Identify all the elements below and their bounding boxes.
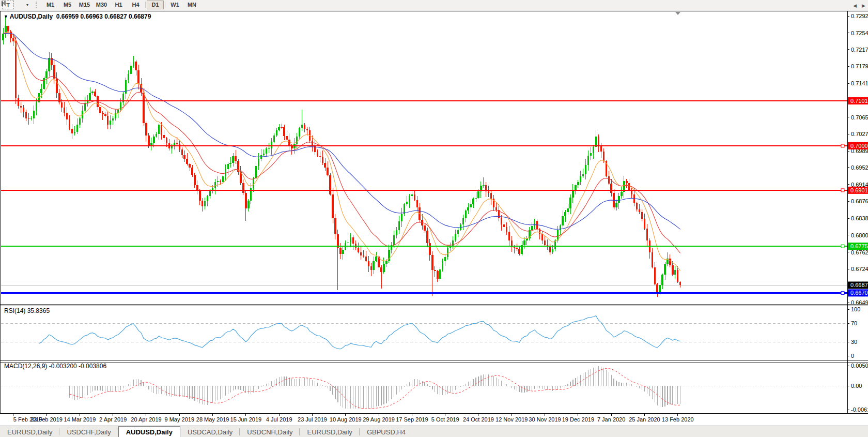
svg-text:0.68000: 0.68000	[851, 232, 868, 238]
chart-shift-marker-icon[interactable]	[675, 12, 680, 15]
chart-tab-gbpusd-h4[interactable]: GBPUSD,H4	[360, 426, 413, 437]
level-handle[interactable]	[841, 189, 844, 192]
macd-pane: 0.0050760.00-0.00614	[1, 363, 868, 413]
svg-text:0.69520: 0.69520	[851, 164, 868, 171]
svg-text:0.71016: 0.71016	[850, 98, 868, 104]
level-handle[interactable]	[841, 245, 844, 248]
svg-text:0.67240: 0.67240	[851, 266, 868, 272]
svg-text:0.68380: 0.68380	[851, 215, 868, 221]
timeframe-buttons: M1M5M15M30H1H4D1W1MN	[42, 1, 200, 9]
svg-text:0.72920: 0.72920	[851, 13, 868, 19]
ma-slow-line	[3, 34, 680, 230]
svg-text:0.00: 0.00	[851, 383, 862, 389]
chart-tab-eurusd-daily[interactable]: EURUSD,Daily	[0, 426, 59, 437]
candles-group	[2, 16, 681, 297]
svg-text:30: 30	[851, 339, 857, 345]
symbol-dropdown-icon[interactable]: ▼	[4, 14, 8, 19]
date-axis: 5 Feb 201923 Feb 201914 Mar 20192 Apr 20…	[13, 414, 694, 423]
svg-text:-0.00614: -0.00614	[851, 406, 868, 413]
svg-text:24 Oct 2019: 24 Oct 2019	[463, 416, 494, 423]
chart-tab-bar: EURUSD,DailyUSDCHF,DailyAUDUSD,DailyUSDC…	[0, 426, 868, 437]
svg-text:0.66706: 0.66706	[850, 290, 868, 296]
toolbar-separator	[145, 2, 146, 8]
macd-indicator-label: MACD(12,26,9) -0.003200 -0.003806	[4, 363, 106, 370]
toolbar-dropdown-icon[interactable]: ▾	[24, 1, 30, 9]
svg-text:0.70650: 0.70650	[851, 114, 868, 120]
chart-tab-usdcnh-daily[interactable]: USDCNH,Daily	[240, 426, 300, 437]
svg-text:0.72540: 0.72540	[851, 30, 868, 36]
svg-text:0.67620: 0.67620	[851, 249, 868, 255]
svg-text:19 Dec 2019: 19 Dec 2019	[562, 416, 594, 423]
ma-fast-line	[3, 32, 680, 270]
svg-text:0.70007: 0.70007	[850, 143, 868, 149]
svg-text:0: 0	[851, 353, 854, 359]
level-handle[interactable]	[841, 144, 844, 147]
svg-text:0.69140: 0.69140	[851, 182, 868, 188]
svg-text:0.66879: 0.66879	[850, 282, 868, 288]
tab-scroll-left-icon[interactable]: ◀	[853, 3, 857, 8]
top-toolbar: T ▾ M1M5M15M30H1H4D1W1MN	[0, 0, 868, 10]
chart-tab-usdcad-daily[interactable]: USDCAD,Daily	[180, 426, 240, 437]
price-badge-0.66706: 0.66706	[848, 289, 868, 296]
svg-text:5 Oct 2019: 5 Oct 2019	[431, 416, 459, 423]
timeframe-button-m30[interactable]: M30	[93, 1, 110, 9]
timeframe-button-w1[interactable]: W1	[166, 1, 183, 9]
arrange-icon-glyph	[0, 0, 7, 7]
rsi-pane: 10070300	[1, 306, 860, 359]
svg-text:0.66490: 0.66490	[851, 299, 868, 306]
svg-text:15 Jun 2019: 15 Jun 2019	[230, 416, 262, 423]
timeframe-button-h4[interactable]: H4	[127, 1, 144, 9]
chart-title: ▼ AUDUSD,Daily 0.66959 0.66963 0.66827 0…	[4, 13, 151, 20]
chart-tab-eurusd-daily[interactable]: EURUSD,Daily	[300, 426, 359, 437]
chart-title-quotes: 0.66959 0.66963 0.66827 0.66879	[56, 13, 151, 20]
toolbar-separator	[165, 2, 165, 8]
svg-text:0.70270: 0.70270	[851, 131, 868, 137]
svg-text:4 Jul 2019: 4 Jul 2019	[266, 416, 292, 423]
timeframe-button-m15[interactable]: M15	[76, 1, 93, 9]
svg-text:25 Jan 2020: 25 Jan 2020	[629, 416, 660, 423]
chart-tab-usdchf-daily[interactable]: USDCHF,Daily	[59, 426, 118, 437]
chart-title-symbol: AUDUSD,Daily	[10, 13, 53, 20]
svg-text:17 Sep 2019: 17 Sep 2019	[396, 416, 428, 423]
arrange-icon[interactable]	[19, 1, 23, 9]
svg-text:30 Nov 2019: 30 Nov 2019	[529, 416, 561, 423]
svg-text:70: 70	[851, 320, 857, 326]
tab-scroll-buttons: ◀ ▶	[853, 0, 865, 11]
level-handle[interactable]	[841, 291, 844, 294]
rsi-indicator-label: RSI(14) 35.8365	[4, 307, 50, 314]
chart-tab-audusd-daily[interactable]: AUDUSD,Daily	[118, 426, 180, 437]
timeframe-button-h1[interactable]: H1	[110, 1, 127, 9]
svg-text:100: 100	[851, 306, 860, 312]
svg-text:0.67754: 0.67754	[850, 243, 868, 249]
svg-text:13 Feb 2020: 13 Feb 2020	[662, 416, 694, 423]
svg-text:23 Feb 2019: 23 Feb 2019	[30, 416, 63, 423]
svg-text:10 Aug 2019: 10 Aug 2019	[330, 416, 362, 423]
macd-signal-line	[70, 369, 680, 409]
ma-medium-line	[3, 33, 680, 253]
price-badge-current: 0.66879	[848, 281, 868, 289]
svg-text:28 May 2019: 28 May 2019	[196, 416, 229, 423]
timeframe-button-mn[interactable]: MN	[183, 1, 200, 9]
svg-text:0.005076: 0.005076	[851, 363, 868, 369]
svg-text:9 May 2019: 9 May 2019	[165, 416, 194, 423]
svg-text:7 Jan 2020: 7 Jan 2020	[597, 416, 625, 423]
svg-text:2 Apr 2019: 2 Apr 2019	[99, 416, 127, 423]
svg-text:0.71790: 0.71790	[851, 63, 868, 69]
svg-text:14 Mar 2019: 14 Mar 2019	[64, 416, 96, 423]
toolbar-grip	[36, 2, 38, 8]
timeframe-button-d1[interactable]: D1	[147, 1, 164, 9]
tab-scroll-right-icon[interactable]: ▶	[862, 3, 865, 8]
svg-text:0.72170: 0.72170	[851, 47, 868, 53]
svg-text:20 Apr 2019: 20 Apr 2019	[131, 416, 161, 423]
chart-canvas: 0.729200.725400.721700.717900.714100.706…	[0, 0, 868, 437]
timeframe-button-m1[interactable]: M1	[42, 1, 59, 9]
svg-text:23 Jul 2019: 23 Jul 2019	[298, 416, 327, 423]
price-badge-0.67754: 0.67754	[848, 243, 868, 250]
timeframe-button-m5[interactable]: M5	[59, 1, 76, 9]
rsi-line	[39, 316, 680, 349]
price-badge-0.70007: 0.70007	[848, 142, 868, 149]
svg-text:29 Aug 2019: 29 Aug 2019	[363, 416, 395, 423]
svg-text:0.71410: 0.71410	[851, 80, 868, 86]
price-axis: 0.729200.725400.721700.717900.714100.706…	[847, 13, 868, 306]
svg-text:12 Nov 2019: 12 Nov 2019	[495, 416, 528, 423]
